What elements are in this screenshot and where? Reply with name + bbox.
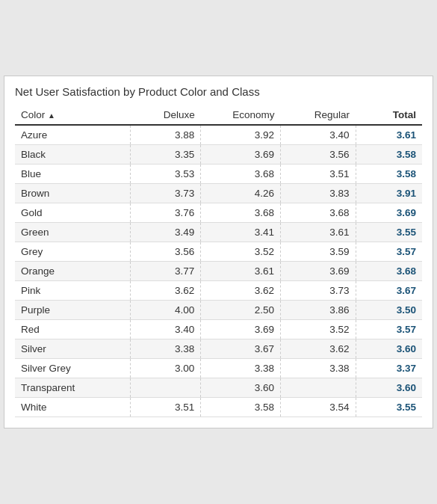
cell-deluxe: 3.88 [130,125,201,145]
cell-regular: 3.69 [280,262,356,281]
cell-color: White [15,398,130,417]
cell-economy: 3.60 [201,378,281,398]
cell-deluxe: 3.53 [130,165,201,184]
cell-economy: 3.62 [201,281,281,301]
col-header-total: Total [356,105,422,125]
cell-deluxe: 3.77 [130,262,201,281]
cell-deluxe: 3.40 [130,320,201,339]
table-row: Black3.353.693.563.58 [15,145,422,165]
cell-color: Silver [15,339,130,359]
chart-title: Net User Satisfaction by Product Color a… [15,85,422,98]
cell-regular: 3.68 [280,203,356,223]
cell-regular: 3.52 [280,320,356,339]
table-row: Green3.493.413.613.55 [15,223,422,242]
cell-economy: 3.68 [201,203,281,223]
cell-color: Black [15,145,130,165]
cell-economy: 3.68 [201,165,281,184]
table-row: Gold3.763.683.683.69 [15,203,422,223]
table-row: Silver Grey3.003.383.383.37 [15,359,422,378]
cell-color: Pink [15,281,130,301]
cell-total: 3.58 [356,165,422,184]
table-header-row: Color ▲ Deluxe Economy Regular Total [15,105,422,125]
col-header-regular: Regular [280,105,356,125]
cell-economy: 3.58 [201,398,281,417]
col-header-color: Color ▲ [15,105,130,125]
cell-economy: 2.50 [201,301,281,320]
cell-total: 3.61 [356,125,422,145]
cell-economy: 3.69 [201,145,281,165]
cell-regular: 3.83 [280,184,356,203]
cell-color: Gold [15,203,130,223]
cell-total: 3.60 [356,339,422,359]
col-header-deluxe: Deluxe [130,105,201,125]
cell-color: Grey [15,242,130,262]
table-row: Pink3.623.623.733.67 [15,281,422,301]
cell-total: 3.37 [356,359,422,378]
cell-color: Silver Grey [15,359,130,378]
cell-regular: 3.56 [280,145,356,165]
cell-color: Azure [15,125,130,145]
cell-color: Transparent [15,378,130,398]
cell-deluxe: 3.49 [130,223,201,242]
table-row: Purple4.002.503.863.50 [15,301,422,320]
cell-color: Purple [15,301,130,320]
cell-deluxe: 3.62 [130,281,201,301]
cell-total: 3.57 [356,242,422,262]
table-row: White3.513.583.543.55 [15,398,422,417]
cell-deluxe: 3.56 [130,242,201,262]
cell-regular [280,378,356,398]
cell-total: 3.68 [356,262,422,281]
cell-color: Red [15,320,130,339]
table-row: Transparent3.603.60 [15,378,422,398]
cell-deluxe: 3.73 [130,184,201,203]
cell-regular: 3.62 [280,339,356,359]
card: Net User Satisfaction by Product Color a… [4,76,433,428]
cell-economy: 3.61 [201,262,281,281]
sort-arrow-icon[interactable]: ▲ [48,112,55,120]
cell-regular: 3.54 [280,398,356,417]
cell-regular: 3.51 [280,165,356,184]
col-header-economy: Economy [201,105,281,125]
cell-deluxe [130,378,201,398]
cell-total: 3.58 [356,145,422,165]
cell-total: 3.50 [356,301,422,320]
cell-deluxe: 3.51 [130,398,201,417]
cell-regular: 3.59 [280,242,356,262]
table-row: Orange3.773.613.693.68 [15,262,422,281]
cell-economy: 3.52 [201,242,281,262]
data-table: Color ▲ Deluxe Economy Regular Total Azu… [15,105,422,417]
cell-total: 3.60 [356,378,422,398]
cell-total: 3.69 [356,203,422,223]
cell-total: 3.55 [356,223,422,242]
cell-color: Orange [15,262,130,281]
cell-regular: 3.38 [280,359,356,378]
cell-deluxe: 3.00 [130,359,201,378]
cell-color: Brown [15,184,130,203]
cell-deluxe: 3.35 [130,145,201,165]
cell-economy: 3.92 [201,125,281,145]
cell-economy: 3.41 [201,223,281,242]
cell-deluxe: 3.76 [130,203,201,223]
cell-color: Green [15,223,130,242]
cell-economy: 4.26 [201,184,281,203]
table-row: Blue3.533.683.513.58 [15,165,422,184]
cell-regular: 3.73 [280,281,356,301]
cell-total: 3.67 [356,281,422,301]
cell-color: Blue [15,165,130,184]
cell-regular: 3.40 [280,125,356,145]
cell-economy: 3.67 [201,339,281,359]
cell-deluxe: 3.38 [130,339,201,359]
cell-total: 3.57 [356,320,422,339]
table-row: Red3.403.693.523.57 [15,320,422,339]
cell-total: 3.91 [356,184,422,203]
table-row: Brown3.734.263.833.91 [15,184,422,203]
table-row: Azure3.883.923.403.61 [15,125,422,145]
table-row: Silver3.383.673.623.60 [15,339,422,359]
table-row: Grey3.563.523.593.57 [15,242,422,262]
cell-regular: 3.86 [280,301,356,320]
table-body: Azure3.883.923.403.61Black3.353.693.563.… [15,125,422,417]
cell-economy: 3.38 [201,359,281,378]
cell-regular: 3.61 [280,223,356,242]
cell-economy: 3.69 [201,320,281,339]
cell-total: 3.55 [356,398,422,417]
